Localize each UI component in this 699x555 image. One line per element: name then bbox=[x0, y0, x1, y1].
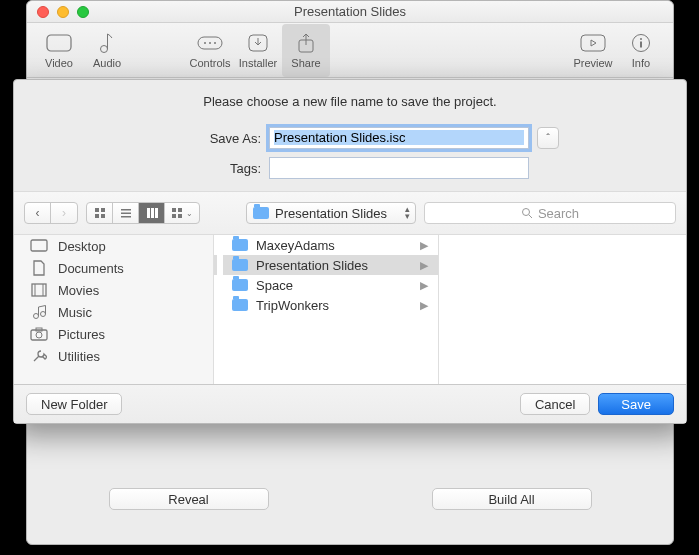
sidebar-item-documents[interactable]: Documents bbox=[14, 257, 213, 279]
sheet-footer: New Folder Cancel Save bbox=[14, 385, 686, 423]
svg-line-27 bbox=[529, 215, 532, 218]
view-icons-button[interactable] bbox=[87, 203, 113, 223]
sidebar-item-pictures[interactable]: Pictures bbox=[14, 323, 213, 345]
svg-rect-8 bbox=[581, 35, 605, 51]
cancel-button[interactable]: Cancel bbox=[520, 393, 590, 415]
window-title: Presentation Slides bbox=[27, 4, 673, 19]
chevron-right-icon: ▶ bbox=[420, 259, 428, 272]
view-list-button[interactable] bbox=[113, 203, 139, 223]
app-window: Presentation Slides Video Audio Controls… bbox=[26, 0, 674, 545]
toolbar-share[interactable]: Share bbox=[282, 24, 330, 77]
sheet-prompt: Please choose a new file name to save th… bbox=[14, 80, 686, 119]
save-button[interactable]: Save bbox=[598, 393, 674, 415]
music-icon bbox=[30, 304, 48, 320]
view-mode-segment: ⌄ bbox=[86, 202, 200, 224]
svg-rect-21 bbox=[155, 208, 158, 218]
svg-rect-18 bbox=[121, 216, 131, 218]
toolbar-installer[interactable]: Installer bbox=[234, 24, 282, 77]
browser-toolbar: ‹ › ⌄ Presentation Slides ▴▾ Search bbox=[14, 191, 686, 235]
list-item[interactable]: Space▶ bbox=[214, 275, 438, 295]
nav-back-forward: ‹ › bbox=[24, 202, 78, 224]
sidebar: Desktop Documents Movies Music Pictures … bbox=[14, 235, 214, 384]
location-popup[interactable]: Presentation Slides ▴▾ bbox=[246, 202, 416, 224]
folder-icon bbox=[232, 239, 248, 251]
svg-point-32 bbox=[34, 314, 39, 319]
toolbar-video[interactable]: Video bbox=[35, 24, 83, 77]
build-all-button[interactable]: Build All bbox=[432, 488, 592, 510]
view-columns-button[interactable] bbox=[139, 203, 165, 223]
svg-rect-22 bbox=[172, 208, 176, 212]
svg-point-3 bbox=[204, 42, 206, 44]
folder-icon bbox=[232, 259, 248, 271]
svg-rect-23 bbox=[178, 208, 182, 212]
new-folder-button[interactable]: New Folder bbox=[26, 393, 122, 415]
saveas-input[interactable] bbox=[274, 130, 524, 145]
tags-field[interactable] bbox=[269, 157, 529, 179]
svg-point-4 bbox=[209, 42, 211, 44]
video-icon bbox=[45, 31, 73, 55]
toolbar-preview[interactable]: Preview bbox=[569, 24, 617, 77]
sidebar-item-movies[interactable]: Movies bbox=[14, 279, 213, 301]
svg-point-1 bbox=[101, 46, 108, 53]
sidebar-item-utilities[interactable]: Utilities bbox=[14, 345, 213, 367]
svg-rect-12 bbox=[95, 208, 99, 212]
expand-button[interactable]: ˆ bbox=[537, 127, 559, 149]
main-toolbar: Video Audio Controls Installer Share Pre… bbox=[27, 23, 673, 78]
chevron-right-icon: ▶ bbox=[420, 299, 428, 312]
folder-icon bbox=[232, 279, 248, 291]
installer-icon bbox=[244, 31, 272, 55]
list-item[interactable]: Presentation Slides▶ bbox=[214, 255, 438, 275]
desktop-icon bbox=[30, 238, 48, 254]
updown-icon: ▴▾ bbox=[405, 206, 410, 220]
folder-icon bbox=[253, 207, 269, 219]
audio-icon bbox=[93, 31, 121, 55]
browser-column-2 bbox=[439, 235, 686, 384]
saveas-field[interactable] bbox=[269, 127, 529, 149]
list-item[interactable]: TripWonkers▶ bbox=[214, 295, 438, 315]
toolbar-audio[interactable]: Audio bbox=[83, 24, 131, 77]
back-button[interactable]: ‹ bbox=[25, 203, 51, 223]
titlebar: Presentation Slides bbox=[27, 1, 673, 23]
toolbar-controls[interactable]: Controls bbox=[186, 24, 234, 77]
svg-rect-24 bbox=[172, 214, 176, 218]
svg-point-26 bbox=[522, 209, 529, 216]
svg-rect-19 bbox=[147, 208, 150, 218]
toolbar-info[interactable]: Info bbox=[617, 24, 665, 77]
documents-icon bbox=[30, 260, 48, 276]
save-sheet: Please choose a new file name to save th… bbox=[13, 79, 687, 424]
svg-rect-11 bbox=[640, 42, 642, 48]
reveal-button[interactable]: Reveal bbox=[109, 488, 269, 510]
file-browser: Desktop Documents Movies Music Pictures … bbox=[14, 235, 686, 385]
svg-point-35 bbox=[36, 332, 42, 338]
svg-point-5 bbox=[214, 42, 216, 44]
view-gallery-button[interactable]: ⌄ bbox=[165, 203, 199, 223]
svg-point-10 bbox=[640, 38, 642, 40]
svg-rect-17 bbox=[121, 213, 131, 215]
search-icon bbox=[521, 207, 533, 219]
sidebar-item-music[interactable]: Music bbox=[14, 301, 213, 323]
svg-rect-28 bbox=[31, 240, 47, 251]
svg-rect-29 bbox=[32, 284, 46, 296]
tags-input[interactable] bbox=[274, 160, 524, 175]
sidebar-item-desktop[interactable]: Desktop bbox=[14, 235, 213, 257]
search-field[interactable]: Search bbox=[424, 202, 676, 224]
info-icon bbox=[627, 31, 655, 55]
tags-label: Tags: bbox=[141, 161, 261, 176]
saveas-label: Save As: bbox=[141, 131, 261, 146]
chevron-right-icon: ▶ bbox=[420, 239, 428, 252]
svg-rect-25 bbox=[178, 214, 182, 218]
list-item[interactable]: MaxeyAdams▶ bbox=[214, 235, 438, 255]
svg-rect-15 bbox=[101, 214, 105, 218]
preview-icon bbox=[579, 31, 607, 55]
svg-point-33 bbox=[41, 312, 46, 317]
svg-rect-20 bbox=[151, 208, 154, 218]
browser-column-1: MaxeyAdams▶ Presentation Slides▶ Space▶ … bbox=[214, 235, 439, 384]
forward-button[interactable]: › bbox=[51, 203, 77, 223]
controls-icon bbox=[196, 31, 224, 55]
utilities-icon bbox=[30, 348, 48, 364]
share-icon bbox=[292, 31, 320, 55]
svg-rect-13 bbox=[101, 208, 105, 212]
svg-rect-0 bbox=[47, 35, 71, 51]
svg-rect-14 bbox=[95, 214, 99, 218]
pictures-icon bbox=[30, 326, 48, 342]
